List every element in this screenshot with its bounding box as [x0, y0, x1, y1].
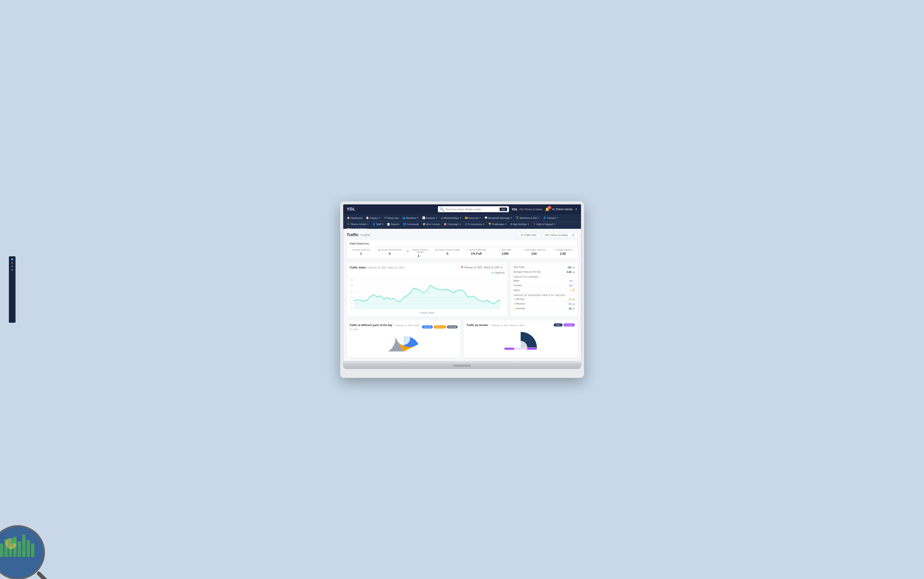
search-go-button[interactable]: Go!: [500, 208, 507, 211]
logo: YDL: [347, 207, 355, 211]
stat-present-women: 📊 Present Check-ins Women 1: [404, 247, 433, 259]
stat-label-unique: ⊙ Total Unique Check-ins: [522, 249, 547, 251]
page-title: Traffic: [347, 232, 359, 237]
nav-enquiry[interactable]: 📋 Enquiry ▼: [364, 216, 382, 220]
males-value: 72 ♂: [569, 280, 575, 282]
morning-value: 55 📊: [569, 298, 574, 301]
search-input[interactable]: [445, 208, 498, 211]
info-icon-rate[interactable]: ⊙: [466, 249, 468, 251]
svg-text:4: 4: [351, 303, 352, 305]
user-greeting: Hi, Rohan Nanda: [552, 208, 573, 211]
laptop-notch: [453, 365, 471, 366]
info-icon-present[interactable]: ℹ: [352, 249, 353, 251]
stat-avg-checkins: ⊙ Average Check-ins 2.55: [548, 247, 578, 259]
avg-checkin-value: 4.85 📊: [567, 271, 574, 273]
branch-select[interactable]: YDL Fitness (Colaba) ▼: [542, 232, 578, 238]
stat-label-men: 📊 Present Check-ins Men: [377, 249, 402, 251]
pie-chart-parts: [384, 334, 423, 354]
legend-dot: [492, 272, 494, 273]
laptop-base: [343, 362, 581, 369]
stat-total-traffic: ⊙ Total Traffic 1290: [491, 247, 520, 259]
traffic-parts-title-area: Traffic at different parts of the day ( …: [350, 323, 422, 331]
afternoon-stat-icon: 📊: [572, 303, 575, 305]
nav-support-tickets[interactable]: 🎫 Support Tickets: [345, 227, 369, 229]
user-dropdown-icon[interactable]: ▼: [575, 208, 578, 211]
info-icon-avg[interactable]: ⊙: [553, 249, 555, 251]
stat-value-avg: 2.55: [550, 252, 576, 255]
morning-icon: ☀: [514, 298, 515, 300]
traffic-filter-button[interactable]: ▼ Traffic Filter: [518, 232, 540, 238]
branch-name: YDL Fitness (Colaba): [519, 208, 542, 211]
morning-row: ☀ Morning 55 📊: [514, 297, 575, 302]
morning-stat-icon: 📊: [572, 298, 575, 300]
header-right: ▼ Traffic Filter YDL Fitness (Colaba) ▼: [518, 232, 577, 238]
info-icon-total[interactable]: ⊙: [499, 249, 501, 251]
date-picker-button[interactable]: 📅 February 19, 2023 - March 21, 2023 ▼: [459, 265, 505, 270]
tag-females[interactable]: Females: [563, 323, 575, 327]
stat-present-checkins: ℹ Present Check-ins 1: [347, 247, 376, 259]
nav-ecommerce[interactable]: 🛒 E-commerce ▼: [463, 222, 486, 227]
nav-followups[interactable]: ↺ Follow Ups: [382, 216, 400, 220]
nav-staff[interactable]: 👤 Staff ▼: [371, 222, 385, 227]
search-icon: 🔍: [440, 207, 444, 211]
tag-males[interactable]: Males: [554, 323, 563, 327]
nav-members[interactable]: 👥 Members ▼: [400, 216, 420, 220]
stat-traffic-rate: ⊙ Current Traffic Rate 1% Full: [462, 247, 491, 259]
sidebar-dot: [11, 269, 13, 271]
stat-label-total-traffic: ⊙ Total Traffic: [493, 249, 518, 251]
avg-checkin-icon: 📊: [572, 271, 575, 273]
stat-value-other: 0: [435, 252, 460, 255]
nav-challenges[interactable]: 🏆 Challenges ▼: [486, 222, 509, 227]
info-icon-men[interactable]: 📊: [378, 249, 380, 251]
traffic-gender-date-range: ( February 19, 2023 - March 21, 2023 ): [491, 324, 525, 327]
traffic-stats-card: Traffic Stats ( February 19, 2023 - Marc…: [347, 262, 507, 317]
traffic-gender-tags: Males Females: [554, 323, 575, 327]
tag-afternoon[interactable]: Afternoon: [434, 325, 446, 329]
evening-stat-icon: 📊: [572, 307, 575, 310]
notification-bell[interactable]: 🔔 48: [545, 207, 550, 211]
chart-title: Traffic Stats: [350, 266, 366, 269]
nav-app-settings[interactable]: ⚙ App Settings ▼: [509, 222, 531, 227]
info-icon-other[interactable]: 📊: [435, 249, 438, 251]
nav-ads-connect[interactable]: 📢 Ads Connect: [421, 222, 442, 227]
nav-trainers[interactable]: 👤 Trainers ▼: [541, 216, 560, 220]
females-label: Females: [514, 284, 522, 286]
traffic-gender-title-area: Traffic by Gender ( February 19, 2023 - …: [466, 323, 525, 327]
nav-broadcast[interactable]: 💬 Broadcast Message ▼: [483, 216, 514, 220]
evening-icon: 🌙: [514, 307, 516, 310]
female-icon: ♀: [573, 284, 574, 287]
page-subtitle: Insights: [361, 233, 371, 237]
morning-label: ☀ Morning: [514, 298, 524, 300]
chart-title-area: Traffic Stats ( February 19, 2023 - Marc…: [350, 265, 405, 269]
tag-morning[interactable]: Morning: [422, 325, 433, 329]
top-bar-right: YDL YDL Fitness (Colaba) 🔔 48 Hi, Rohan …: [512, 207, 578, 211]
nav-campaign[interactable]: 🎯 Campaign ▼: [442, 222, 463, 227]
info-icon-women[interactable]: 📊: [406, 250, 409, 252]
tag-evening[interactable]: Evening: [447, 325, 458, 329]
svg-rect-22: [26, 540, 30, 557]
nav-dashboard[interactable]: 🏠 Dashboard: [345, 216, 364, 220]
stat-value-men: 0: [377, 252, 402, 255]
magnifier-decoration: [0, 522, 53, 579]
nav-fitness-center[interactable]: 🏃 Fitness Center ▼: [345, 222, 371, 227]
stat-label-present: ℹ Present Check-ins: [349, 249, 374, 251]
chart-legend: Check-ins: [350, 272, 505, 274]
nav-analysis[interactable]: 📈 Analysis ▼: [420, 216, 439, 220]
svg-rect-19: [13, 537, 16, 557]
nav-accounts[interactable]: 💳 Accounts ▼: [463, 216, 483, 220]
total-checkins-section: Total Check-ins ℹ Present Check-ins 1 📊: [347, 240, 578, 259]
chart-x-axis-label: Checkin Dates: [350, 312, 505, 314]
nav-memberships[interactable]: 🗂 Memberships ▼: [439, 216, 463, 220]
sidebar-dot: [11, 262, 13, 264]
afternoon-label: ✳ Afternoon: [514, 303, 525, 305]
page-header: Traffic Insights ▼ Traffic Filter YDL Fi…: [347, 232, 578, 238]
nav-reports[interactable]: 📄 Reports: [385, 222, 401, 227]
traffic-parts-title: Traffic at different parts of the day: [350, 324, 392, 327]
others-row: Others 1 ⚥: [514, 288, 575, 293]
nav-help[interactable]: ❓ Help & Support ▼: [531, 222, 558, 227]
info-icon-unique[interactable]: ⊙: [522, 249, 524, 251]
nav-community[interactable]: 🌐 Community: [401, 222, 421, 227]
branch-logo-area: YDL YDL Fitness (Colaba): [512, 208, 542, 211]
nav-workouts[interactable]: 🏋 Workouts & Diet ▼: [514, 216, 541, 220]
two-col-layout: Traffic Stats ( February 19, 2023 - Marc…: [347, 262, 578, 317]
